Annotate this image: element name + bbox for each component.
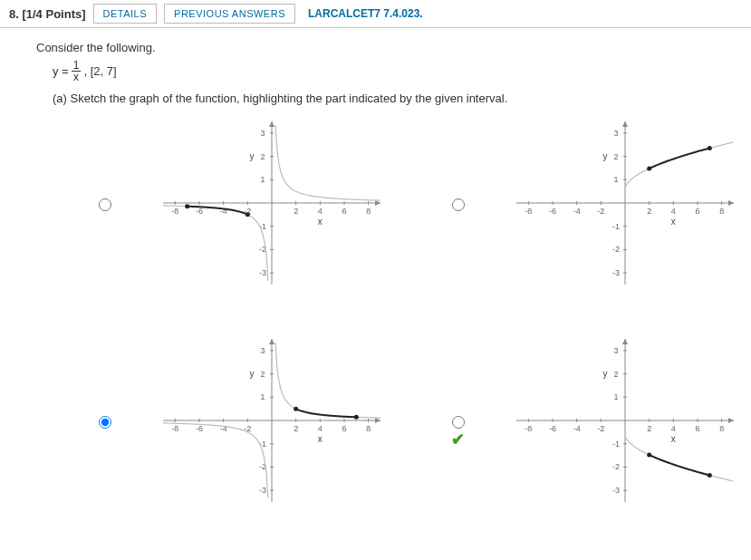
svg-text:6: 6 [342, 207, 346, 216]
choice-a-radio[interactable] [99, 198, 111, 211]
choice-a-graph: -8-6-4-22468-3-2-1123xy [163, 121, 399, 285]
svg-point-35 [246, 212, 250, 217]
svg-text:-4: -4 [220, 424, 227, 433]
svg-text:-1: -1 [612, 439, 620, 449]
svg-text:-6: -6 [196, 424, 203, 433]
svg-text:6: 6 [342, 424, 346, 433]
svg-text:2: 2 [260, 152, 265, 161]
svg-text:2: 2 [647, 207, 651, 216]
choice-c-radio[interactable] [99, 416, 111, 429]
svg-marker-73 [375, 418, 380, 423]
previous-answers-button[interactable]: PREVIOUS ANSWERS [164, 4, 295, 24]
svg-text:3: 3 [613, 129, 618, 138]
svg-text:-3: -3 [612, 268, 620, 277]
svg-marker-1 [375, 200, 380, 206]
svg-text:-2: -2 [597, 424, 604, 433]
svg-text:6: 6 [695, 207, 699, 216]
svg-text:1: 1 [613, 175, 618, 184]
svg-text:1: 1 [260, 392, 265, 401]
svg-text:-8: -8 [525, 424, 532, 433]
svg-point-143 [708, 473, 712, 478]
question-number: 8. [1/4 Points] [9, 7, 86, 21]
choice-d-radio[interactable] [452, 416, 465, 429]
svg-marker-75 [269, 339, 274, 344]
svg-text:y: y [603, 369, 608, 379]
answer-choices: -8-6-4-22468-3-2-1123xy -8-6-4-22468-3-2… [91, 112, 715, 511]
question-header: 8. [1/4 Points] DETAILS PREVIOUS ANSWERS… [0, 0, 751, 28]
equation: y = 1 x , [2, 7] [53, 60, 715, 82]
svg-marker-109 [728, 418, 734, 423]
svg-point-34 [185, 204, 189, 208]
svg-text:4: 4 [671, 424, 676, 433]
part-a-text: (a) Sketch the graph of the function, hi… [53, 92, 715, 105]
svg-text:2: 2 [647, 424, 651, 433]
svg-point-70 [647, 166, 651, 170]
svg-text:8: 8 [366, 207, 371, 216]
svg-point-142 [647, 453, 651, 458]
svg-text:8: 8 [719, 207, 724, 216]
choice-b-graph: -8-6-4-22468-3-2-1123xy [516, 121, 751, 285]
svg-text:4: 4 [671, 207, 676, 216]
svg-text:-2: -2 [597, 207, 604, 216]
svg-text:2: 2 [260, 370, 265, 379]
svg-text:4: 4 [318, 207, 323, 216]
svg-text:2: 2 [613, 370, 618, 379]
svg-marker-3 [269, 121, 274, 127]
consider-text: Consider the following. [36, 41, 715, 54]
choice-c-graph: -8-6-4-22468-3-2-1123xy [163, 339, 399, 502]
svg-text:8: 8 [366, 424, 371, 433]
svg-text:-4: -4 [573, 207, 581, 216]
reference-code: LARCALCET7 7.4.023. [308, 7, 423, 20]
svg-marker-37 [728, 200, 734, 206]
svg-text:-8: -8 [171, 207, 178, 216]
svg-marker-111 [622, 339, 628, 344]
svg-point-71 [708, 146, 712, 150]
svg-marker-39 [622, 121, 628, 127]
svg-point-106 [294, 407, 298, 411]
svg-text:3: 3 [260, 346, 265, 355]
svg-text:x: x [318, 434, 323, 444]
svg-text:-2: -2 [612, 462, 620, 471]
svg-text:2: 2 [294, 207, 298, 216]
svg-text:1: 1 [260, 175, 265, 184]
svg-text:x: x [671, 434, 676, 444]
svg-text:6: 6 [695, 424, 699, 433]
svg-text:3: 3 [613, 346, 618, 355]
svg-text:-3: -3 [612, 486, 620, 495]
svg-text:3: 3 [260, 129, 265, 138]
svg-text:y: y [250, 369, 255, 379]
svg-text:2: 2 [294, 424, 298, 433]
svg-text:-3: -3 [259, 268, 266, 277]
svg-text:-8: -8 [525, 207, 532, 216]
svg-text:-6: -6 [549, 207, 556, 216]
svg-text:1: 1 [613, 392, 618, 401]
svg-text:y: y [250, 151, 255, 161]
svg-text:4: 4 [318, 424, 323, 433]
svg-point-107 [354, 415, 359, 420]
choice-d-graph: -8-6-4-22468-3-2-1123xy [516, 339, 751, 502]
svg-text:-6: -6 [196, 207, 203, 216]
choice-b-radio[interactable] [452, 198, 465, 211]
svg-text:-2: -2 [612, 245, 620, 254]
question-body: Consider the following. y = 1 x , [2, 7]… [0, 28, 751, 529]
check-icon: ✔ [451, 430, 465, 449]
svg-text:-8: -8 [171, 424, 178, 433]
svg-text:-6: -6 [549, 424, 556, 433]
svg-text:y: y [603, 151, 608, 161]
svg-text:-3: -3 [259, 486, 266, 495]
svg-text:-4: -4 [573, 424, 581, 433]
svg-text:-1: -1 [612, 222, 620, 231]
details-button[interactable]: DETAILS [93, 4, 158, 24]
svg-text:x: x [671, 217, 676, 227]
svg-text:2: 2 [613, 152, 618, 161]
fraction: 1 x [72, 60, 82, 82]
svg-text:8: 8 [719, 424, 724, 433]
svg-text:x: x [318, 217, 323, 227]
